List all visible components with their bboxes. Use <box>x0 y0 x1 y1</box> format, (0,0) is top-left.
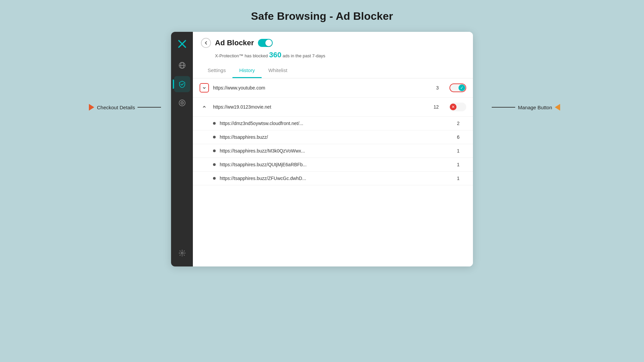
sub-row-3: https://tsapphires.buzz/M3k0QzVoWwx... 1 <box>193 144 473 158</box>
url-movie: https://ww19.0123movie.net <box>213 104 421 110</box>
count-youtube: 3 <box>425 85 439 90</box>
header-top: Ad Blocker <box>201 38 465 48</box>
sub-count-3: 1 <box>446 148 460 154</box>
sub-url-2: https://tsapphires.buzz/ <box>220 134 442 140</box>
back-button[interactable] <box>201 38 211 48</box>
header-title: Ad Blocker <box>215 39 254 47</box>
tab-settings[interactable]: Settings <box>201 65 232 78</box>
header-area: Ad Blocker X-Protection™ has blocked 360… <box>193 32 473 78</box>
tab-history[interactable]: History <box>232 65 262 78</box>
sub-row-2: https://tsapphires.buzz/ 6 <box>193 130 473 144</box>
sub-row-4: https://tsapphires.buzz/QUtjMjE6aRBFb...… <box>193 158 473 172</box>
annotation-left-text: Checkout Details <box>97 105 135 110</box>
sidebar-item-shield[interactable] <box>174 76 190 92</box>
bullet-5 <box>213 177 216 180</box>
history-row-youtube: https://www.youtube.com 3 ✓ <box>193 78 473 98</box>
page-title: Safe Browsing - Ad Blocker <box>251 10 393 22</box>
sub-count-5: 1 <box>446 176 460 181</box>
manage-button-movie[interactable]: ✕ <box>449 103 466 111</box>
sidebar-item-globe[interactable] <box>174 57 190 73</box>
sub-url-3: https://tsapphires.buzz/M3k0QzVoWwx... <box>220 148 442 154</box>
arrow-left-icon <box>555 104 560 111</box>
bullet-3 <box>213 149 216 152</box>
sidebar-logo[interactable] <box>175 37 189 51</box>
manage-button-youtube[interactable]: ✓ <box>449 83 466 92</box>
sub-count-2: 6 <box>446 134 460 140</box>
check-icon: ✓ <box>459 84 465 91</box>
sub-count-4: 1 <box>446 162 460 167</box>
sidebar <box>171 32 193 266</box>
bullet-2 <box>213 136 216 138</box>
tab-whitelist[interactable]: Whitelist <box>262 65 294 78</box>
sub-row-1: https://dmz3nd5oywtsw.cloudfront.net/...… <box>193 117 473 130</box>
blocked-count: 360 <box>269 51 281 59</box>
annotation-right-line <box>492 107 515 108</box>
annotation-left: Checkout Details <box>89 104 161 111</box>
content-area: https://www.youtube.com 3 ✓ https://ww19… <box>193 78 473 266</box>
x-icon: ✕ <box>450 104 457 110</box>
ad-blocker-toggle[interactable] <box>258 39 273 47</box>
expand-button-youtube[interactable] <box>200 83 209 93</box>
bullet-4 <box>213 163 216 166</box>
main-content: Ad Blocker X-Protection™ has blocked 360… <box>193 32 473 266</box>
sub-count-1: 2 <box>446 121 460 126</box>
collapse-button-movie[interactable] <box>200 102 209 112</box>
url-youtube: https://www.youtube.com <box>213 85 421 90</box>
tabs: Settings History Whitelist <box>201 65 465 78</box>
app-container: Ad Blocker X-Protection™ has blocked 360… <box>171 32 473 266</box>
annotation-left-line <box>138 107 161 108</box>
bullet-1 <box>213 122 216 125</box>
count-movie: 12 <box>425 104 439 110</box>
sidebar-item-settings[interactable] <box>174 245 190 261</box>
history-row-movie: https://ww19.0123movie.net 12 ✕ <box>193 98 473 117</box>
annotation-right-text: Manage Button <box>518 105 552 110</box>
sidebar-item-target[interactable] <box>174 95 190 111</box>
svg-point-7 <box>181 103 182 104</box>
annotation-right: Manage Button <box>492 104 560 111</box>
arrow-right-icon <box>89 104 94 111</box>
sub-row-5: https://tsapphires.buzz/ZFUwcGc.dwhD... … <box>193 172 473 185</box>
subtitle: X-Protection™ has blocked 360 ads in the… <box>201 51 465 59</box>
sub-url-4: https://tsapphires.buzz/QUtjMjE6aRBFb... <box>220 162 442 167</box>
svg-point-8 <box>181 252 183 254</box>
sub-url-5: https://tsapphires.buzz/ZFUwcGc.dwhD... <box>220 176 442 181</box>
sub-url-1: https://dmz3nd5oywtsw.cloudfront.net/... <box>220 121 442 126</box>
